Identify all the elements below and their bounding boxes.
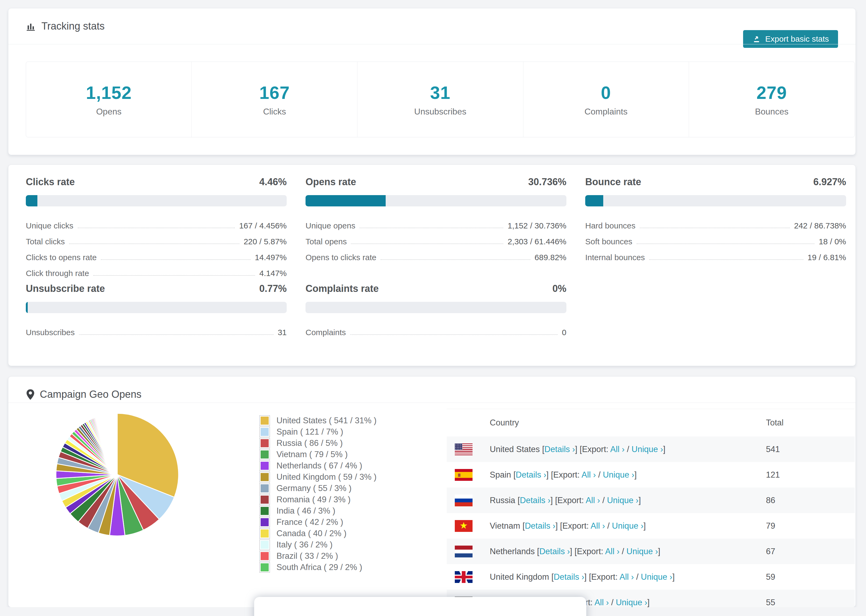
rate-detail-row: Internal bounces 19 / 6.81% <box>585 248 846 264</box>
legend-item: South Africa ( 29 / 2% ) <box>260 562 376 573</box>
rate-detail-value: 2,303 / 61.446% <box>507 237 567 248</box>
legend-label: United Kingdom ( 59 / 3% ) <box>277 472 376 482</box>
complaints-rate-panel: Complaints rate 0% Complaints 0 <box>305 283 567 339</box>
legend-item: Russia ( 86 / 5% ) <box>260 438 376 449</box>
legend-swatch <box>260 461 269 471</box>
legend-swatch <box>260 495 269 504</box>
page-title: Tracking stats <box>26 8 105 44</box>
export-unique-link[interactable]: Unique › <box>616 598 647 607</box>
stat-cell: 1,152 Opens <box>26 62 192 137</box>
unsubscribe-rate-value: 0.77% <box>259 283 287 294</box>
legend-label: Russia ( 86 / 5% ) <box>277 438 343 448</box>
clicks-rate-bar <box>26 195 287 206</box>
bounce-rate-fill <box>585 195 603 206</box>
geo-table: Country Total United States [Details ›] … <box>447 409 855 607</box>
opens-rate-value: 30.736% <box>528 176 567 188</box>
unsubscribe-rate-panel: Unsubscribe rate 0.77% Unsubscribes 31 <box>26 283 287 339</box>
details-link[interactable]: Details › <box>516 470 546 479</box>
rate-detail-label: Total clicks <box>26 237 65 248</box>
country-flag-icon <box>455 520 472 532</box>
rate-detail-label: Click through rate <box>26 269 89 280</box>
bounce-rate-bar <box>585 195 846 206</box>
legend-label: Spain ( 121 / 7% ) <box>277 427 343 437</box>
legend-swatch <box>260 551 269 561</box>
export-unique-link[interactable]: Unique › <box>627 547 658 556</box>
rate-detail-label: Opens to clicks rate <box>305 253 376 264</box>
country-name: Spain <box>490 470 511 479</box>
geo-table-header: Country Total <box>447 409 855 437</box>
export-basic-stats-button[interactable]: Export basic stats <box>743 30 838 48</box>
tracking-stats-page: Tracking stats Export basic stats 1,152 … <box>0 0 866 616</box>
country-total: 541 <box>766 445 855 454</box>
details-link[interactable]: Details › <box>544 445 575 454</box>
details-link[interactable]: Details › <box>554 572 584 581</box>
tracking-stats-card: Tracking stats Export basic stats 1,152 … <box>8 8 856 155</box>
export-all-link[interactable]: All › <box>586 496 600 505</box>
geo-table-row: Netherlands [Details ›] [Export: All › /… <box>447 539 855 564</box>
page-title-label: Tracking stats <box>41 20 105 32</box>
legend-label: United States ( 541 / 31% ) <box>277 416 376 426</box>
rate-detail-label: Clicks to opens rate <box>26 253 96 264</box>
rate-detail-value: 220 / 5.87% <box>244 237 287 248</box>
rate-detail-value: 0 <box>562 328 567 339</box>
legend-swatch <box>260 506 269 516</box>
export-all-link[interactable]: All › <box>581 470 596 479</box>
geo-table-row: United States [Details ›] [Export: All ›… <box>447 437 855 462</box>
legend-item: United States ( 541 / 31% ) <box>260 415 376 426</box>
legend-swatch <box>260 472 269 482</box>
geo-header-divider <box>8 402 855 403</box>
export-all-link[interactable]: All › <box>619 572 634 581</box>
country-flag-icon <box>455 571 472 583</box>
rate-detail-value: 19 / 6.81% <box>808 253 846 264</box>
complaints-rate-value: 0% <box>553 283 567 294</box>
rate-detail-value: 689.82% <box>535 253 567 264</box>
details-link[interactable]: Details › <box>520 496 551 505</box>
export-button-label: Export basic stats <box>765 35 829 44</box>
export-unique-link[interactable]: Unique › <box>612 521 643 531</box>
rate-detail-value: 1,152 / 30.736% <box>507 221 567 232</box>
export-unique-link[interactable]: Unique › <box>641 572 672 581</box>
export-all-link[interactable]: All › <box>605 547 619 556</box>
bounce-rate-title: Bounce rate <box>585 176 641 188</box>
export-all-link[interactable]: All › <box>594 598 609 607</box>
rate-detail-value: 31 <box>278 328 287 339</box>
stat-cell: 279 Bounces <box>689 62 855 137</box>
export-all-link[interactable]: All › <box>610 445 625 454</box>
bar-chart-icon <box>26 21 36 32</box>
opens-rate-panel: Opens rate 30.736% Unique opens 1,152 / … <box>305 176 567 264</box>
export-all-link[interactable]: All › <box>590 521 605 531</box>
legend-label: Vietnam ( 79 / 5% ) <box>277 449 348 459</box>
geo-table-row: Vietnam [Details ›] [Export: All › / Uni… <box>447 513 855 539</box>
legend-swatch <box>260 438 269 448</box>
unsubscribe-rate-fill <box>26 302 28 313</box>
rate-detail-label: Soft bounces <box>585 237 632 248</box>
legend-label: Romania ( 49 / 3% ) <box>277 495 351 504</box>
legend-label: France ( 42 / 2% ) <box>277 517 343 527</box>
geo-table-row: Russia [Details ›] [Export: All › / Uniq… <box>447 487 855 513</box>
legend-label: South Africa ( 29 / 2% ) <box>277 563 362 572</box>
rate-detail-row: Click through rate 4.147% <box>26 264 287 280</box>
stat-label: Opens <box>96 107 121 117</box>
card-header: Tracking stats Export basic stats <box>8 8 855 44</box>
total-column-header: Total <box>766 418 855 427</box>
rate-detail-row: Unsubscribes 31 <box>26 323 287 339</box>
geo-opens-pie-chart <box>54 412 181 538</box>
dotted-leader <box>93 275 255 276</box>
details-link[interactable]: Details › <box>539 547 570 556</box>
country-total: 67 <box>766 547 855 556</box>
legend-swatch <box>260 416 269 426</box>
export-unique-link[interactable]: Unique › <box>603 470 634 479</box>
stat-cell: 167 Clicks <box>192 62 357 137</box>
export-unique-link[interactable]: Unique › <box>607 496 638 505</box>
rate-detail-row: Opens to clicks rate 689.82% <box>305 248 567 264</box>
country-flag-icon <box>455 443 472 455</box>
dotted-leader <box>640 228 790 228</box>
opens-rate-fill <box>305 195 386 206</box>
rate-detail-label: Unique opens <box>305 221 355 232</box>
details-link[interactable]: Details › <box>525 521 555 531</box>
export-unique-link[interactable]: Unique › <box>631 445 663 454</box>
rate-detail-label: Complaints <box>305 328 346 339</box>
legend-item: Vietnam ( 79 / 5% ) <box>260 449 376 460</box>
country-name: Netherlands <box>490 547 535 556</box>
stat-value: 31 <box>430 83 450 103</box>
